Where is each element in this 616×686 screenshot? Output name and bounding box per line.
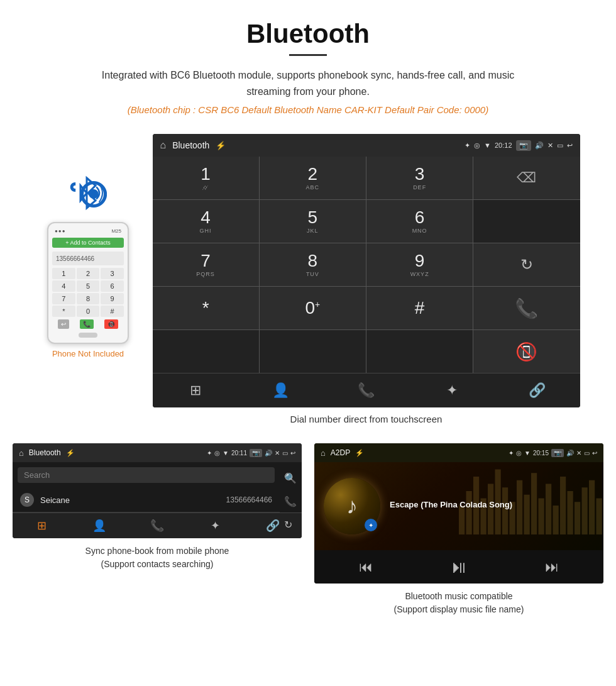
phone-key-hash[interactable]: #	[101, 306, 124, 317]
pb-usb-icon: ⚡	[66, 449, 75, 457]
camera-icon[interactable]: 📷	[516, 140, 531, 151]
dial-key-3[interactable]: 3 DEF	[366, 157, 473, 199]
search-placeholder: Search	[24, 470, 50, 480]
phone-key-2[interactable]: 2	[77, 268, 100, 279]
next-button[interactable]: ⏭	[545, 559, 559, 575]
location-icon: ◎	[474, 141, 480, 150]
dial-key-5[interactable]: 5 JKL	[260, 200, 366, 243]
nav-grid-icon[interactable]: ⊞	[153, 379, 238, 402]
svg-rect-3	[466, 491, 472, 534]
nav-bluetooth-icon[interactable]: ✦	[409, 379, 495, 402]
main-content: ʿ⦿ ●●● M25 + Add to Contacts 13566664466…	[0, 134, 616, 437]
pb-close-icon[interactable]: ✕	[275, 450, 280, 456]
contact-name: Seicane	[40, 495, 226, 505]
title-underline	[289, 54, 327, 56]
pb-nav-contacts[interactable]: 👤	[70, 516, 128, 535]
phone-key-5[interactable]: 5	[77, 280, 100, 292]
music-close-icon[interactable]: ✕	[576, 450, 581, 456]
dial-key-6[interactable]: 6 MNO	[366, 200, 473, 243]
volume-icon[interactable]: 🔊	[535, 141, 544, 150]
reload-key[interactable]: ↻	[473, 243, 580, 286]
contact-letter: S	[20, 493, 34, 507]
music-visualizer	[459, 462, 603, 534]
dial-key-2[interactable]: 2 ABC	[260, 157, 366, 199]
phonebook-status-bar: ⌂ Bluetooth ⚡ ✦ ◎ ▼ 20:11 📷 🔊 ✕ ▭ ↩	[13, 443, 302, 462]
phone-key-8[interactable]: 8	[77, 293, 100, 304]
phone-not-included-label: Phone Not Included	[52, 349, 124, 358]
backspace-key[interactable]: ⌫	[473, 157, 580, 199]
phone-home-button[interactable]	[79, 333, 97, 338]
window-icon[interactable]: ▭	[557, 141, 563, 150]
nav-phone-icon[interactable]: 📞	[324, 379, 409, 402]
pb-title: Bluetooth	[29, 448, 61, 457]
dial-key-star[interactable]: *	[153, 287, 259, 329]
pb-nav-bt[interactable]: ✦	[186, 516, 244, 535]
song-title: Escape (The Pina Colada Song)	[390, 500, 594, 509]
music-home-icon[interactable]: ⌂	[321, 448, 326, 458]
music-win-icon[interactable]: ▭	[584, 450, 590, 456]
dialpad-status-bar: ⌂ Bluetooth ⚡ ✦ ◎ ▼ 20:12 📷 🔊 ✕ ▭ ↩	[153, 134, 580, 157]
pb-home-icon[interactable]: ⌂	[19, 448, 24, 458]
phonebook-card: ⌂ Bluetooth ⚡ ✦ ◎ ▼ 20:11 📷 🔊 ✕ ▭ ↩	[13, 443, 302, 616]
phone-key-7[interactable]: 7	[52, 293, 75, 304]
pb-phone-side-icon[interactable]: 📞	[284, 495, 297, 507]
dial-key-7[interactable]: 7 PQRS	[153, 243, 259, 286]
dial-key-8[interactable]: 8 TUV	[260, 243, 366, 286]
dial-key-9[interactable]: 9 WXYZ	[366, 243, 473, 286]
phone-mockup: ●●● M25 + Add to Contacts 13566664466 1 …	[47, 222, 129, 344]
pb-nav-grid[interactable]: ⊞	[13, 516, 70, 535]
pb-vol-icon[interactable]: 🔊	[265, 450, 272, 456]
dial-key-1[interactable]: 1 ⌭	[153, 157, 259, 199]
music-signal-icon: ▼	[524, 450, 531, 456]
music-camera-icon[interactable]: 📷	[551, 449, 564, 457]
nav-contacts-icon[interactable]: 👤	[238, 379, 324, 402]
phone-signal-dots: ●●●	[55, 228, 66, 234]
call-button[interactable]: 📞	[473, 287, 580, 329]
music-controls: ⏮ ⏯ ⏭	[314, 550, 603, 584]
dial-key-0[interactable]: 0+	[260, 287, 366, 329]
music-back-icon[interactable]: ↩	[592, 450, 597, 456]
phone-end-btn[interactable]: ↩	[58, 319, 69, 329]
phone-key-4[interactable]: 4	[52, 280, 75, 292]
pb-search-side-icon[interactable]: 🔍	[284, 472, 297, 484]
contact-number: 13566664466	[226, 495, 272, 504]
close-icon[interactable]: ✕	[547, 141, 553, 150]
contact-row[interactable]: S Seicane 13566664466	[13, 488, 280, 512]
music-caption-line2: (Support display music file name)	[394, 604, 524, 614]
play-pause-button[interactable]: ⏯	[450, 556, 468, 577]
status-left: ⌂ Bluetooth ⚡	[160, 140, 226, 151]
search-bar[interactable]: Search	[18, 467, 275, 483]
nav-link-icon[interactable]: 🔗	[495, 379, 580, 402]
pb-camera-icon[interactable]: 📷	[250, 449, 262, 457]
phone-call-btn[interactable]: 📞	[80, 319, 94, 329]
music-vol-icon[interactable]: 🔊	[566, 450, 574, 456]
phone-hangup-btn[interactable]: 📵	[104, 319, 118, 329]
pb-refresh-side-icon[interactable]: ↻	[284, 519, 297, 531]
pb-bottom-nav: ⊞ 👤 📞 ✦ 🔗	[13, 512, 302, 538]
phone-key-1[interactable]: 1	[52, 268, 75, 279]
phonebook-body: Search S Seicane 13566664466 🔍 📞 ↻	[13, 467, 302, 512]
back-icon[interactable]: ↩	[567, 141, 573, 150]
bt-status-icon: ✦	[465, 141, 470, 150]
signal-icon: ▼	[484, 141, 491, 149]
pb-back-icon[interactable]: ↩	[290, 450, 295, 456]
dial-key-hash[interactable]: #	[366, 287, 473, 329]
song-info: Escape (The Pina Colada Song)	[390, 500, 594, 512]
phone-key-9[interactable]: 9	[101, 293, 124, 304]
phone-key-6[interactable]: 6	[101, 280, 124, 292]
prev-button[interactable]: ⏮	[359, 559, 373, 575]
music-status-bar: ⌂ A2DP ⚡ ✦ ◎ ▼ 20:15 📷 🔊 ✕ ▭ ↩	[314, 443, 603, 462]
phone-key-0[interactable]: 0	[77, 306, 100, 317]
music-screen: ⌂ A2DP ⚡ ✦ ◎ ▼ 20:15 📷 🔊 ✕ ▭ ↩	[314, 443, 603, 584]
phone-key-3[interactable]: 3	[101, 268, 124, 279]
music-note-icon: ♪	[346, 493, 358, 519]
music-card: ⌂ A2DP ⚡ ✦ ◎ ▼ 20:15 📷 🔊 ✕ ▭ ↩	[314, 443, 603, 616]
phone-status: M25	[111, 228, 121, 234]
page-title: Bluetooth	[13, 19, 603, 49]
home-icon[interactable]: ⌂	[160, 140, 167, 151]
phone-key-star[interactable]: *	[52, 306, 75, 317]
dial-key-4[interactable]: 4 GHI	[153, 200, 259, 243]
pb-win-icon[interactable]: ▭	[282, 450, 288, 456]
hangup-button[interactable]: 📵	[473, 330, 580, 373]
pb-nav-phone[interactable]: 📞	[128, 516, 186, 535]
